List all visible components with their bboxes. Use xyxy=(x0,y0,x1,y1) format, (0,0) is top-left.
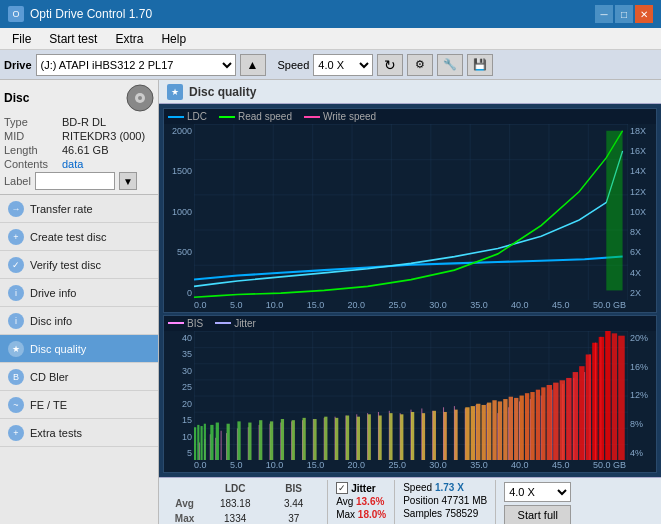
speed-label: Speed xyxy=(403,482,432,493)
jitter-header: ✓ Jitter xyxy=(336,482,386,494)
jitter-legend: Jitter xyxy=(215,318,256,329)
speed-select[interactable]: 4.0 X xyxy=(313,54,373,76)
stats-max-row: Max 1334 37 xyxy=(167,512,319,524)
svg-rect-98 xyxy=(541,387,545,460)
svg-rect-101 xyxy=(560,380,565,460)
disc-quality-header: ★ Disc quality xyxy=(159,80,661,104)
jitter-avg-value: 13.6% xyxy=(356,496,384,507)
save-button[interactable]: 💾 xyxy=(467,54,493,76)
stats-header-bis: BIS xyxy=(268,482,319,495)
menu-file[interactable]: File xyxy=(4,30,39,48)
nav-extra-tests[interactable]: + Extra tests xyxy=(0,419,158,447)
minimize-button[interactable]: ─ xyxy=(595,5,613,23)
app-title: Opti Drive Control 1.70 xyxy=(30,7,152,21)
svg-rect-79 xyxy=(411,412,414,460)
disc-section: Disc Type BD-R DL MID RITEKDR3 (000) Len… xyxy=(0,80,158,195)
nav-create-test-disc[interactable]: + Create test disc xyxy=(0,223,158,251)
stats-table: LDC BIS Avg 183.18 3.44 Max 1334 37 Tota… xyxy=(165,480,321,524)
nav-disc-quality[interactable]: ★ Disc quality xyxy=(0,335,158,363)
nav-cd-bler[interactable]: B CD Bler xyxy=(0,363,158,391)
stats-divider1 xyxy=(327,480,328,524)
cd-bler-icon: B xyxy=(8,369,24,385)
nav-disc-info[interactable]: i Disc info xyxy=(0,307,158,335)
top-chart-x-axis: 0.05.010.015.020.025.030.035.040.045.050… xyxy=(164,300,656,312)
menu-bar: File Start test Extra Help xyxy=(0,28,661,50)
top-chart-legend: LDC Read speed Write speed xyxy=(164,109,656,124)
menu-help[interactable]: Help xyxy=(153,30,194,48)
title-bar-title: O Opti Drive Control 1.70 xyxy=(8,6,152,22)
config-button2[interactable]: 🔧 xyxy=(437,54,463,76)
disc-contents-row: Contents data xyxy=(4,158,154,170)
svg-rect-87 xyxy=(482,405,486,460)
svg-rect-96 xyxy=(530,392,534,460)
eject-button[interactable]: ▲ xyxy=(240,54,266,76)
maximize-button[interactable]: □ xyxy=(615,5,633,23)
nav-create-test-disc-label: Create test disc xyxy=(30,231,106,243)
top-chart-body: 2000 1500 1000 500 0 xyxy=(164,124,656,300)
svg-rect-99 xyxy=(547,385,552,460)
nav-fe-te-label: FE / TE xyxy=(30,399,67,411)
test-speed-select[interactable]: 4.0 X xyxy=(504,482,571,502)
disc-quality-title: Disc quality xyxy=(189,85,256,99)
stats-header-ldc: LDC xyxy=(204,482,266,495)
top-chart-svg xyxy=(194,124,628,300)
config-button1[interactable]: ⚙ xyxy=(407,54,433,76)
start-full-button[interactable]: Start full xyxy=(504,505,571,524)
svg-rect-104 xyxy=(579,366,584,460)
svg-rect-74 xyxy=(357,417,360,460)
stats-avg-label: Avg xyxy=(167,497,202,510)
svg-rect-67 xyxy=(281,419,284,460)
disc-label-button[interactable]: ▼ xyxy=(119,172,137,190)
svg-rect-92 xyxy=(509,397,513,460)
speed-label: Speed xyxy=(278,59,310,71)
drive-select[interactable]: (J:) ATAPI iHBS312 2 PL17 xyxy=(36,54,236,76)
drive-info-icon: i xyxy=(8,285,24,301)
stats-max-ldc: 1334 xyxy=(204,512,266,524)
position-value: 47731 MB xyxy=(442,495,488,506)
nav-fe-te[interactable]: ~ FE / TE xyxy=(0,391,158,419)
svg-rect-95 xyxy=(525,393,529,460)
jitter-checkbox[interactable]: ✓ xyxy=(336,482,348,494)
bottom-chart-x-axis: 0.05.010.015.020.025.030.035.040.045.050… xyxy=(164,460,656,472)
svg-rect-71 xyxy=(324,417,327,460)
transfer-rate-icon: → xyxy=(8,201,24,217)
jitter-max-value: 18.0% xyxy=(358,509,386,520)
svg-rect-68 xyxy=(292,420,295,460)
disc-label-input[interactable] xyxy=(35,172,115,190)
extra-tests-icon: + xyxy=(8,425,24,441)
stats-divider3 xyxy=(495,480,496,524)
bottom-chart-container: BIS Jitter 40 35 30 25 20 15 xyxy=(163,315,657,473)
write-color xyxy=(304,116,320,118)
svg-rect-82 xyxy=(444,412,447,460)
svg-rect-56 xyxy=(194,427,196,460)
main-area: Disc Type BD-R DL MID RITEKDR3 (000) Len… xyxy=(0,80,661,524)
disc-title: Disc xyxy=(4,91,29,105)
bottom-chart-y-right: 20% 16% 12% 8% 4% xyxy=(628,331,656,460)
nav-verify-test-disc[interactable]: ✓ Verify test disc xyxy=(0,251,158,279)
disc-type-value: BD-R DL xyxy=(62,116,154,128)
read-legend: Read speed xyxy=(219,111,292,122)
nav-drive-info[interactable]: i Drive info xyxy=(0,279,158,307)
close-button[interactable]: ✕ xyxy=(635,5,653,23)
svg-rect-110 xyxy=(618,336,625,460)
top-toolbar: Drive (J:) ATAPI iHBS312 2 PL17 ▲ Speed … xyxy=(0,50,661,80)
nav-extra-tests-label: Extra tests xyxy=(30,427,82,439)
write-legend: Write speed xyxy=(304,111,376,122)
bis-color xyxy=(168,322,184,324)
bottom-chart-legend: BIS Jitter xyxy=(164,316,656,331)
svg-rect-78 xyxy=(400,414,403,460)
svg-rect-58 xyxy=(201,426,203,460)
svg-rect-97 xyxy=(536,390,540,460)
svg-rect-77 xyxy=(389,413,392,460)
disc-contents-label: Contents xyxy=(4,158,62,170)
svg-rect-90 xyxy=(498,401,502,460)
menu-extra[interactable]: Extra xyxy=(107,30,151,48)
drive-label: Drive xyxy=(4,59,32,71)
nav-transfer-rate[interactable]: → Transfer rate xyxy=(0,195,158,223)
stats-avg-ldc: 183.18 xyxy=(204,497,266,510)
refresh-button[interactable]: ↻ xyxy=(377,54,403,76)
menu-start-test[interactable]: Start test xyxy=(41,30,105,48)
speed-value: 1.73 X xyxy=(435,482,464,493)
svg-rect-72 xyxy=(335,418,338,460)
svg-rect-64 xyxy=(248,422,251,460)
